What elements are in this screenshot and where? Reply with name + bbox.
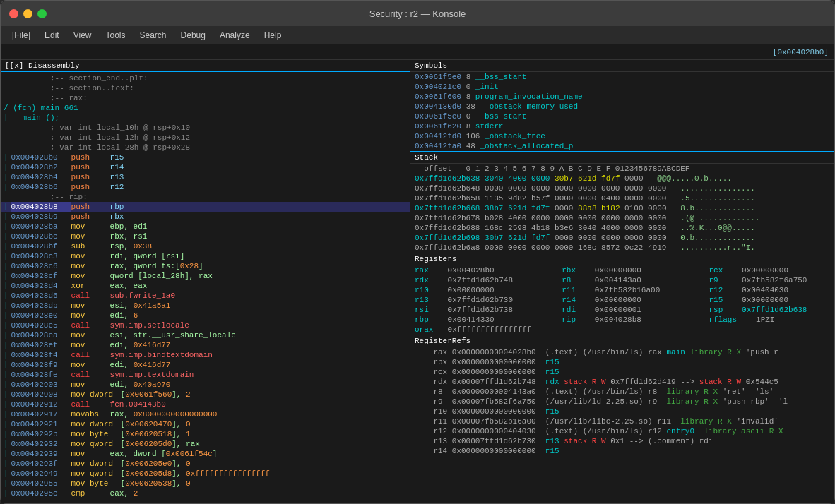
- code-line: | main ();: [1, 113, 410, 123]
- code-line: | 0x00402955 mov byte [0x00620538], 0: [1, 479, 410, 488]
- regref-row: rbx 0x0000000000000000 r15: [410, 357, 834, 367]
- register-row: rax 0x004028b0 rbx 0x00000000 rcx 0x0000…: [410, 265, 834, 275]
- maximize-button[interactable]: [37, 9, 47, 18]
- symbol-row: 0x0061f620 8 stderr: [410, 121, 834, 131]
- menubar: [File] Edit View Tools Search Debug Anal…: [1, 26, 834, 44]
- menu-analyze[interactable]: Analyze: [214, 29, 256, 42]
- code-line: | 0x004028db mov esi, 0x41a5a1: [1, 301, 410, 311]
- code-line: | 0x00402921 mov dword [0x00620470], 0: [1, 419, 410, 429]
- code-line: ;-- rip:: [1, 192, 410, 202]
- stack-row: 0x7ffd1d62b678 b028 4000 0000 0000 0000 …: [410, 213, 834, 223]
- code-line: | 0x0040293f mov dword [0x006205e0], 0: [1, 459, 410, 469]
- code-line: | 0x004028e5 call sym.imp.setlocale: [1, 320, 410, 330]
- regref-row: r10 0x0000000000000000 r15: [410, 407, 834, 416]
- register-row: r13 0x7ffd1d62b730 r14 0x00000000 r15 0x…: [410, 295, 834, 305]
- code-line-highlighted: | 0x004028b8 push rbp: [1, 202, 410, 212]
- code-line: | 0x004028b6 push r12: [1, 182, 410, 192]
- symbol-row: 0x0061f5e0 0 __bss_start: [410, 112, 834, 121]
- code-line: | 0x004028b4 push r13: [1, 172, 410, 182]
- minimize-button[interactable]: [23, 9, 32, 18]
- regref-row: r14 0x0000000000000000 r15: [410, 446, 834, 456]
- code-line: | 0x004028c6 mov rax, qword fs:[0x28]: [1, 261, 410, 271]
- code-line: | 0x004028f4 call sym.imp.bindtextdomain: [1, 350, 410, 360]
- regref-row: rdx 0x00007ffd1d62b748 rdx stack R W 0x7…: [410, 377, 834, 387]
- stack-col-header: - offset - 0 1 2 3 4 5 6 7 8 9 A B C D E…: [410, 164, 834, 174]
- code-line: | 0x00402932 mov qword [0x006205d0], rax: [1, 439, 410, 449]
- code-line: | 0x004028b9 push rbx: [1, 212, 410, 222]
- stack-row: 0x7ffd1d62b638 3040 4000 0000 30b7 621d …: [410, 174, 834, 184]
- disassembly-panel: [[x] Disassembly ;-- section_end..plt: ;…: [1, 60, 410, 503]
- code-line: ;-- section_end..plt:: [1, 73, 410, 83]
- symbol-row: 0x0061f5e0 8 __bss_start: [410, 72, 834, 82]
- stack-row: 0x7ffd1d62b6a8 0000 0000 0000 0000 168c …: [410, 243, 834, 253]
- menu-debug[interactable]: Debug: [175, 29, 211, 42]
- right-sections[interactable]: Symbols 0x0061f5e0 8 __bss_start 0x00402…: [410, 60, 834, 503]
- symbols-list: 0x0061f5e0 8 __bss_start 0x004021c0 0 _i…: [410, 72, 834, 151]
- window-controls: [9, 9, 47, 18]
- symbols-header: Symbols: [410, 60, 834, 72]
- symbol-row: 0x00412fd0 106 _obstack_free: [410, 131, 834, 141]
- code-line: ;-- rax:: [1, 93, 410, 103]
- regref-row: r13 0x00007ffd1d62b730 r13 stack R W 0x1…: [410, 436, 834, 446]
- menu-search[interactable]: Search: [134, 29, 172, 42]
- disassembly-code[interactable]: ;-- section_end..plt: ;-- section..text:…: [1, 72, 410, 503]
- code-line: | 0x00402949 mov qword [0x006205d8], 0xf…: [1, 469, 410, 479]
- stack-row: 0x7ffd1d62b658 1135 9d82 b57f 0000 0000 …: [410, 193, 834, 203]
- code-line: / (fcn) main 661: [1, 103, 410, 113]
- code-line: | 0x00402917 movabs rax, 0x8000000000000…: [1, 409, 410, 419]
- code-line: | 0x004028cf mov qword [local_28h], rax: [1, 271, 410, 281]
- menu-tools[interactable]: Tools: [100, 29, 131, 42]
- register-row: orax 0xffffffffffffffff: [410, 325, 834, 335]
- regref-row: r9 0x00007fb582f6a750 (/usr/lib/ld-2.25.…: [410, 397, 834, 407]
- regref-row: r11 0x00007fb582b16a00 (/usr/lib/libc-2.…: [410, 416, 834, 426]
- stack-header: Stack: [410, 152, 834, 164]
- code-line: | 0x004028c3 mov rdi, qword [rsi]: [1, 251, 410, 261]
- current-address: [0x004028b0]: [773, 48, 829, 56]
- regref-row: rax 0x00000000004028b0 (.text) (/usr/bin…: [410, 347, 834, 357]
- refrefs-header: RegisterRefs: [410, 335, 834, 347]
- code-line: | 0x004028b0 push r15: [1, 152, 410, 162]
- symbol-row: 0x0061f600 8 program_invocation_name: [410, 92, 834, 102]
- window-title: Security : r2 — Konsole: [369, 8, 466, 19]
- code-line: ; var int local_10h @ rsp+0x10: [1, 123, 410, 133]
- symbol-row: 0x004130d0 38 __obstack_memory_used: [410, 102, 834, 112]
- code-line: | 0x0040295c cmp eax, 2: [1, 488, 410, 498]
- register-row: rsi 0x7ffd1d62b738 rdi 0x00000001 rsp 0x…: [410, 305, 834, 315]
- refrefs-list: rax 0x00000000004028b0 (.text) (/usr/bin…: [410, 347, 834, 456]
- code-line: | 0x00402908 mov dword [0x0061f560], 2: [1, 390, 410, 400]
- code-line: | 0x004028ef mov edi, 0x416d77: [1, 340, 410, 350]
- register-row: r10 0x00000000 r11 0x7fb582b16a00 r12 0x…: [410, 285, 834, 295]
- regref-row: r12 0x0000000000404030 (.text) (/usr/bin…: [410, 426, 834, 436]
- menu-help[interactable]: Help: [259, 29, 288, 42]
- code-line: | 0x00402939 mov eax, dword [0x0061f54c]: [1, 449, 410, 459]
- registers-header: Registers: [410, 253, 834, 265]
- symbol-row: 0x004021c0 0 _init: [410, 82, 834, 92]
- code-line: | 0x00402903 mov edi, 0x40a970: [1, 380, 410, 390]
- code-line: | 0x00402912 call fcn.004143b0: [1, 400, 410, 409]
- code-line: | 0x004028bf sub rsp, 0x38: [1, 241, 410, 251]
- menu-view[interactable]: View: [68, 29, 97, 42]
- code-line: | 0x0040292b mov byte [0x00620518], 1: [1, 429, 410, 439]
- registers-list: rax 0x004028b0 rbx 0x00000000 rcx 0x0000…: [410, 265, 834, 335]
- code-line: | 0x004028d4 xor eax, eax: [1, 281, 410, 291]
- stack-row: 0x7ffd1d62b698 30b7 621d fd7f 0000 0000 …: [410, 233, 834, 243]
- stack-row: 0x7ffd1d62b668 38b7 621d fd7f 0000 88a8 …: [410, 203, 834, 213]
- code-line: ;-- section..text:: [1, 83, 410, 93]
- menu-edit[interactable]: Edit: [39, 29, 65, 42]
- address-bar: [0x004028b0]: [1, 44, 834, 60]
- main-window: Security : r2 — Konsole [File] Edit View…: [0, 0, 835, 504]
- register-row: rdx 0x7ffd1d62b748 r8 0x004143a0 r9 0x7f…: [410, 275, 834, 285]
- menu-file[interactable]: [File]: [6, 29, 36, 42]
- titlebar: Security : r2 — Konsole: [1, 1, 834, 26]
- code-line: | 0x004028d6 call sub.fwrite_1a0: [1, 291, 410, 301]
- stack-row: 0x7ffd1d62b648 0000 0000 0000 0000 0000 …: [410, 184, 834, 193]
- code-line: | 0x004028fe call sym.imp.textdomain: [1, 370, 410, 380]
- stack-row: 0x7ffd1d62b688 168c 2598 4b18 b3e6 3040 …: [410, 223, 834, 233]
- symbol-row: 0x00412fa0 48 _obstack_allocated_p: [410, 141, 834, 151]
- code-line: | 0x004028e0 mov edi, 6: [1, 311, 410, 320]
- close-button[interactable]: [9, 9, 18, 18]
- main-content: [[x] Disassembly ;-- section_end..plt: ;…: [1, 60, 834, 503]
- code-line: | 0x004028b2 push r14: [1, 162, 410, 172]
- code-line: ; var int local_28h @ rsp+0x28: [1, 143, 410, 152]
- code-line: | 0x004028ea mov esi, str.__usr_share_lo…: [1, 330, 410, 340]
